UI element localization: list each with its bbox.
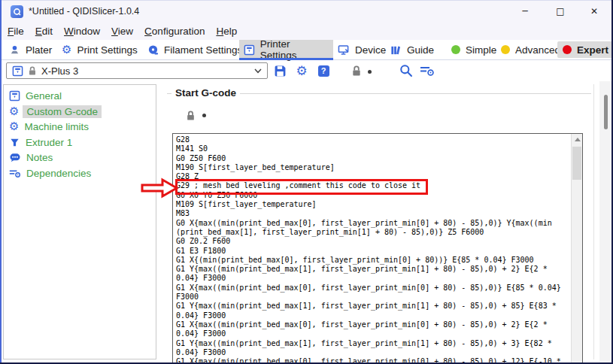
extruder-icon [9, 137, 20, 148]
gcode-line: G0 X{max((min(print_bed_max[0], first_la… [176, 219, 571, 228]
gcode-line: G28 [176, 135, 571, 144]
highlight-rectangle-annotation [175, 179, 428, 195]
printer-icon [244, 44, 255, 56]
tab-guide[interactable]: Guide [385, 40, 439, 59]
gcode-content[interactable]: G28 M141 S0 G0 Z50 F600 M190 S[first_lay… [173, 134, 571, 362]
tab-device[interactable]: Device [333, 40, 390, 59]
preset-value: X-Plus 3 [41, 65, 78, 77]
menu-view[interactable]: View [111, 26, 133, 37]
sidebar-item-label: Notes [26, 152, 53, 163]
device-icon [338, 44, 350, 56]
sidebar-item-dependencies[interactable]: Dependencies [4, 166, 91, 180]
gcode-line: G1 X{(min(print_bed_max[0], first_layer_… [176, 256, 571, 265]
scroll-up-button[interactable] [572, 134, 583, 145]
gear-icon: ⚙ [9, 121, 19, 132]
gcode-line: (print_bed_max[1], first_layer_print_min… [176, 228, 571, 237]
tab-label: Print Settings [77, 44, 137, 56]
guide-icon [390, 44, 402, 56]
menu-file[interactable]: File [8, 26, 24, 37]
menu-configuration[interactable]: Configuration [144, 26, 205, 37]
minimize-button[interactable]: ─ [508, 0, 542, 23]
sidebar-item-extruder-1[interactable]: Extruder 1 [4, 135, 72, 149]
save-icon [274, 65, 287, 77]
title-bar[interactable]: *Untitled - QIDISlicer-1.0.4 ─ □ ✕ [0, 0, 613, 23]
sidebar-item-notes[interactable]: Notes [4, 150, 53, 164]
gcode-line: G1 X{max((min(print_bed_max[0], first_la… [176, 320, 571, 329]
red-arrow-annotation [140, 177, 179, 199]
gcode-line: G0 Z50 F600 [176, 154, 571, 163]
printer-preset-combobox[interactable]: X-Plus 3 [6, 62, 268, 79]
window-border [0, 0, 613, 1]
search-settings-icon [420, 65, 435, 77]
chevron-down-icon [254, 68, 262, 74]
gcode-line: 0.04} F3000 [176, 311, 571, 320]
settings-sidebar: General ⚙ Custom G-code ⚙ Machine limits… [3, 84, 156, 359]
mode-expert[interactable]: Expert [557, 41, 613, 58]
sidebar-item-label: Custom G-code [23, 105, 102, 118]
filament-icon [147, 44, 159, 56]
preset-toolbar: X-Plus 3 ⚙ ? [0, 61, 613, 81]
help-button[interactable]: ? [316, 63, 331, 78]
menu-edit[interactable]: Edit [35, 26, 53, 37]
sidebar-item-label: Extruder 1 [26, 137, 72, 148]
dependencies-icon [9, 168, 21, 179]
start-gcode-textarea[interactable]: G28 M141 S0 G0 Z50 F600 M190 S[first_lay… [172, 133, 583, 363]
tab-filament-settings[interactable]: Filament Settings [143, 40, 247, 59]
gcode-line: G1 Y{max((min(print_bed_max[1], first_la… [176, 302, 571, 311]
panel-border [593, 84, 594, 359]
maximize-button[interactable]: □ [543, 0, 578, 23]
mode-simple[interactable]: Simple [446, 41, 502, 58]
lock-icon [28, 65, 37, 76]
save-preset-button[interactable] [272, 63, 287, 78]
tab-label: Device [355, 44, 386, 56]
menu-help[interactable]: Help [216, 26, 237, 37]
gcode-line: 0.04} F3000 [176, 348, 571, 357]
close-button[interactable]: ✕ [577, 0, 611, 23]
tab-plater[interactable]: Plater [5, 40, 56, 59]
lock-icon [351, 65, 362, 77]
gcode-line: 0.04} F3000 [176, 274, 571, 283]
window-border [0, 0, 2, 364]
gcode-line: G0 Z0.2 F600 [176, 237, 571, 246]
menu-window[interactable]: Window [64, 26, 100, 37]
gcode-line: G1 X{max((min(print_bed_max[0], first_la… [176, 357, 571, 362]
sidebar-item-machine-limits[interactable]: ⚙ Machine limits [4, 120, 89, 133]
printer-icon [9, 90, 20, 102]
selected-tab-underline [239, 58, 333, 60]
gcode-line: M109 S[first_layer_temperature] [176, 200, 571, 209]
triangle-up-icon [575, 138, 581, 141]
window-scrollbar[interactable] [599, 81, 611, 364]
section-title: Start G-code [171, 87, 240, 99]
tab-label: Filament Settings [164, 44, 242, 56]
gcode-line: M190 S[first_layer_bed_temperature] [176, 163, 571, 172]
tab-label: Guide [407, 44, 434, 56]
tab-label: Plater [26, 44, 52, 56]
window-scrollbar-thumb[interactable] [604, 95, 608, 129]
sidebar-item-general[interactable]: General [4, 89, 62, 102]
preset-settings-button[interactable]: ⚙ [294, 63, 309, 78]
qidi-swirl-icon [13, 8, 21, 16]
search-button[interactable] [399, 63, 414, 78]
tab-print-settings[interactable]: ⚙ Print Settings [57, 40, 142, 59]
gcode-line: F3000 [176, 293, 571, 302]
gcode-line: G1 Y{max((min(print_bed_max[1], first_la… [176, 339, 571, 348]
advanced-mode-dot-icon [501, 45, 510, 54]
sidebar-item-label: Dependencies [26, 168, 91, 179]
option-state-dot-icon [202, 114, 206, 117]
mode-advanced[interactable]: Advanced [496, 41, 566, 58]
lock-icon[interactable] [186, 110, 196, 121]
printer-icon [12, 65, 23, 77]
notes-icon [9, 152, 21, 163]
search-settings-button[interactable] [418, 63, 436, 78]
textarea-scrollbar[interactable] [571, 134, 582, 362]
mode-label: Advanced [515, 44, 560, 56]
lock-preset-button[interactable] [349, 63, 364, 78]
mode-label: Simple [466, 44, 496, 56]
expert-mode-dot-icon [563, 45, 572, 54]
sidebar-item-custom-gcode[interactable]: ⚙ Custom G-code [4, 105, 102, 118]
tab-printer-settings[interactable]: Printer Settings [239, 40, 333, 59]
gcode-line: 0.04} F3000 [176, 329, 571, 338]
plater-icon [9, 44, 20, 56]
print-settings-icon: ⚙ [62, 44, 71, 56]
textarea-scrollbar-thumb[interactable] [572, 147, 581, 180]
